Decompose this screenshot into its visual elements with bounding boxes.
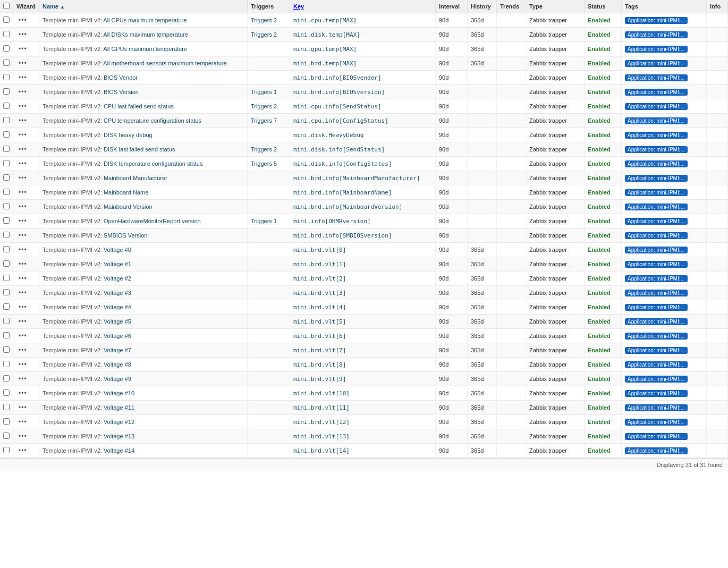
status-badge[interactable]: Enabled (588, 404, 611, 411)
row-actions-button[interactable]: ••• (16, 388, 29, 398)
status-badge[interactable]: Enabled (588, 17, 611, 23)
row-checkbox[interactable] (3, 346, 10, 353)
status-badge[interactable]: Enabled (588, 376, 611, 382)
row-triggers-cell[interactable]: Triggers 1 (247, 214, 290, 228)
row-actions-button[interactable]: ••• (16, 374, 29, 384)
row-actions-cell[interactable]: ••• (13, 272, 39, 286)
row-checkbox[interactable] (3, 275, 10, 281)
row-triggers-link[interactable]: Triggers 1 (251, 89, 277, 95)
row-actions-button[interactable]: ••• (16, 360, 29, 369)
row-actions-button[interactable]: ••• (16, 15, 29, 25)
row-actions-cell[interactable]: ••• (13, 85, 39, 99)
row-checkbox[interactable] (3, 318, 10, 324)
row-checkbox-cell[interactable] (0, 71, 13, 85)
row-actions-cell[interactable]: ••• (13, 13, 39, 28)
row-actions-button[interactable]: ••• (16, 288, 29, 298)
row-checkbox-cell[interactable] (0, 114, 13, 128)
row-triggers-link[interactable]: Triggers 5 (251, 160, 277, 167)
key-sort-link[interactable]: Key (293, 3, 304, 10)
row-status-cell[interactable]: Enabled (585, 257, 622, 272)
row-name-link[interactable]: OpenHardwareMonitorReport version (104, 218, 201, 224)
row-actions-cell[interactable]: ••• (13, 386, 39, 401)
row-checkbox[interactable] (3, 260, 10, 267)
row-actions-cell[interactable]: ••• (13, 315, 39, 329)
status-badge[interactable]: Enabled (588, 175, 611, 181)
row-checkbox[interactable] (3, 389, 10, 396)
row-checkbox-cell[interactable] (0, 243, 13, 257)
row-checkbox-cell[interactable] (0, 85, 13, 99)
row-checkbox-cell[interactable] (0, 200, 13, 214)
row-name-link[interactable]: Voltage #11 (104, 404, 134, 411)
row-actions-cell[interactable]: ••• (13, 358, 39, 372)
row-actions-cell[interactable]: ••• (13, 429, 39, 444)
row-actions-cell[interactable]: ••• (13, 142, 39, 157)
row-name-link[interactable]: Mainboard Manufacturer (104, 175, 167, 181)
row-status-cell[interactable]: Enabled (585, 157, 622, 171)
row-actions-cell[interactable]: ••• (13, 128, 39, 142)
row-status-cell[interactable]: Enabled (585, 343, 622, 358)
row-checkbox[interactable] (3, 88, 10, 95)
row-name-link[interactable]: CPU temperature configuration status (104, 117, 201, 124)
status-badge[interactable]: Enabled (588, 146, 611, 152)
row-status-cell[interactable]: Enabled (585, 415, 622, 429)
row-checkbox-cell[interactable] (0, 128, 13, 142)
row-name-link[interactable]: Voltage #1 (104, 261, 131, 267)
row-name-link[interactable]: All motherboard sensors maximum temperat… (103, 60, 226, 66)
row-actions-button[interactable]: ••• (16, 446, 29, 455)
row-actions-cell[interactable]: ••• (13, 200, 39, 214)
row-triggers-cell[interactable]: Triggers 2 (247, 13, 290, 28)
row-name-link[interactable]: Voltage #9 (104, 376, 131, 382)
row-checkbox[interactable] (3, 433, 10, 439)
name-sort-link[interactable]: Name (43, 3, 65, 10)
row-checkbox-cell[interactable] (0, 272, 13, 286)
row-triggers-link[interactable]: Triggers 1 (251, 218, 277, 224)
row-triggers-cell[interactable]: Triggers 5 (247, 157, 290, 171)
status-badge[interactable]: Enabled (588, 261, 611, 267)
row-status-cell[interactable]: Enabled (585, 372, 622, 386)
row-name-link[interactable]: Voltage #0 (104, 247, 131, 253)
row-checkbox[interactable] (3, 131, 10, 138)
row-checkbox-cell[interactable] (0, 28, 13, 42)
row-checkbox[interactable] (3, 146, 10, 152)
row-actions-button[interactable]: ••• (16, 202, 29, 211)
row-checkbox-cell[interactable] (0, 13, 13, 28)
row-checkbox-cell[interactable] (0, 142, 13, 157)
status-badge[interactable]: Enabled (588, 433, 611, 439)
row-actions-cell[interactable]: ••• (13, 171, 39, 185)
row-actions-button[interactable]: ••• (16, 30, 29, 39)
row-name-link[interactable]: Voltage #2 (104, 275, 131, 282)
row-name-link[interactable]: Voltage #14 (104, 447, 134, 454)
row-name-link[interactable]: All CPUs maximum temperature (103, 17, 187, 23)
row-checkbox-cell[interactable] (0, 214, 13, 228)
status-badge[interactable]: Enabled (588, 189, 611, 196)
row-actions-button[interactable]: ••• (16, 101, 29, 111)
row-actions-cell[interactable]: ••• (13, 300, 39, 315)
status-badge[interactable]: Enabled (588, 132, 611, 138)
row-actions-button[interactable]: ••• (16, 44, 29, 54)
row-status-cell[interactable]: Enabled (585, 228, 622, 243)
row-status-cell[interactable]: Enabled (585, 272, 622, 286)
row-actions-button[interactable]: ••• (16, 145, 29, 154)
status-badge[interactable]: Enabled (588, 89, 611, 95)
row-checkbox[interactable] (3, 203, 10, 209)
row-actions-button[interactable]: ••• (16, 87, 29, 97)
row-name-link[interactable]: All DISKs maximum temperature (103, 31, 188, 38)
row-checkbox-cell[interactable] (0, 429, 13, 444)
status-badge[interactable]: Enabled (588, 247, 611, 253)
status-badge[interactable]: Enabled (588, 74, 611, 81)
row-status-cell[interactable]: Enabled (585, 200, 622, 214)
row-actions-button[interactable]: ••• (16, 188, 29, 197)
row-triggers-link[interactable]: Triggers 2 (251, 17, 277, 23)
row-actions-button[interactable]: ••• (16, 331, 29, 341)
row-name-link[interactable]: Mainboard Name (104, 189, 148, 196)
status-badge[interactable]: Enabled (588, 160, 611, 167)
row-checkbox[interactable] (3, 60, 10, 66)
row-actions-button[interactable]: ••• (16, 58, 29, 68)
row-checkbox[interactable] (3, 232, 10, 238)
row-checkbox-cell[interactable] (0, 401, 13, 415)
status-badge[interactable]: Enabled (588, 275, 611, 282)
key-header[interactable]: Key (290, 0, 435, 13)
row-checkbox-cell[interactable] (0, 315, 13, 329)
row-checkbox[interactable] (3, 375, 10, 382)
row-actions-cell[interactable]: ••• (13, 157, 39, 171)
